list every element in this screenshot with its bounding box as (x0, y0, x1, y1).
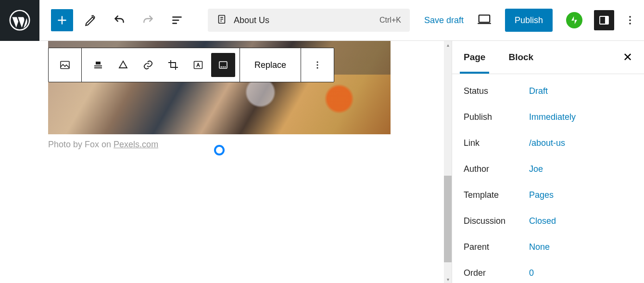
value-parent[interactable]: None (529, 242, 550, 252)
value-discussion[interactable]: Closed (529, 216, 556, 226)
label-discussion: Discussion (464, 216, 529, 226)
top-toolbar: About Us Ctrl+K Save draft Publish (0, 0, 644, 41)
tab-block[interactable]: Block (508, 41, 533, 74)
value-author[interactable]: Joe (529, 164, 543, 174)
settings-sidebar-toggle[interactable] (594, 10, 614, 30)
sidebar-tabs: Page Block ✕ (452, 41, 644, 74)
document-shortcut: Ctrl+K (379, 16, 401, 25)
label-publish: Publish (464, 112, 529, 122)
value-link[interactable]: /about-us (529, 138, 565, 148)
label-template: Template (464, 190, 529, 200)
svg-point-13 (223, 66, 224, 68)
publish-button[interactable]: Publish (505, 9, 553, 32)
svg-rect-2 (479, 15, 490, 22)
save-draft-link[interactable]: Save draft (424, 15, 464, 26)
row-parent: ParentNone (464, 234, 632, 260)
svg-point-5 (629, 16, 631, 18)
svg-rect-4 (605, 16, 608, 24)
row-status: StatusDraft (464, 78, 632, 104)
block-type-image-icon[interactable] (53, 53, 77, 77)
row-author: AuthorJoe (464, 156, 632, 182)
close-icon[interactable]: ✕ (623, 51, 632, 64)
value-order[interactable]: 0 (529, 268, 534, 278)
caption-link[interactable]: Pexels.com (114, 140, 158, 149)
link-icon[interactable] (136, 53, 160, 77)
label-parent: Parent (464, 242, 529, 252)
resize-handle[interactable] (214, 145, 225, 155)
label-author: Author (464, 164, 529, 174)
scroll-up-icon[interactable]: ▴ (444, 41, 452, 49)
page-icon (216, 14, 227, 26)
jetpack-icon[interactable] (566, 12, 582, 28)
document-title: About Us (234, 15, 269, 26)
row-discussion: DiscussionClosed (464, 208, 632, 234)
svg-point-17 (316, 67, 318, 68)
align-icon[interactable] (86, 53, 110, 77)
label-order: Order (464, 268, 529, 278)
view-icon[interactable] (477, 12, 492, 28)
add-block-button[interactable] (51, 9, 73, 31)
label-link: Link (464, 138, 529, 148)
document-overview-icon[interactable] (165, 9, 189, 32)
value-template[interactable]: Pages (529, 190, 554, 200)
svg-point-16 (316, 64, 318, 65)
wordpress-logo[interactable] (0, 0, 39, 41)
replace-button[interactable]: Replace (244, 60, 297, 70)
undo-icon[interactable] (108, 9, 131, 32)
text-overlay-icon[interactable] (186, 53, 210, 77)
label-status: Status (464, 86, 529, 96)
scrollbar-thumb[interactable] (444, 176, 452, 262)
crop-icon[interactable] (161, 53, 185, 77)
row-order: Order0 (464, 260, 632, 283)
svg-rect-10 (194, 62, 202, 69)
settings-sidebar: Page Block ✕ StatusDraft PublishImmediat… (452, 41, 644, 283)
block-options-icon[interactable] (305, 53, 329, 77)
svg-point-12 (221, 66, 222, 68)
row-link: Link/about-us (464, 130, 632, 156)
scroll-down-icon[interactable]: ▾ (444, 275, 452, 283)
caption-icon[interactable] (111, 53, 135, 77)
svg-rect-9 (96, 62, 101, 64)
options-icon[interactable] (623, 13, 637, 27)
redo-icon (137, 9, 160, 32)
row-template: TemplatePages (464, 182, 632, 208)
tab-page[interactable]: Page (464, 41, 485, 74)
block-toolbar: Replace (48, 48, 334, 82)
value-publish[interactable]: Immediately (529, 112, 576, 122)
canvas-scrollbar[interactable]: ▴ ▾ (444, 41, 452, 283)
document-bar[interactable]: About Us Ctrl+K (208, 9, 410, 32)
editor-canvas[interactable]: Replace Photo by Fox on Pexels.com ▴ ▾ (0, 41, 452, 283)
svg-point-7 (629, 23, 631, 25)
row-publish: PublishImmediately (464, 104, 632, 130)
duotone-filter-icon[interactable] (211, 53, 235, 77)
svg-point-6 (629, 19, 631, 21)
tools-icon[interactable] (79, 9, 102, 32)
svg-point-14 (225, 66, 226, 68)
caption-prefix: Photo by Fox on (48, 140, 114, 149)
value-status[interactable]: Draft (529, 86, 548, 96)
svg-rect-8 (61, 62, 69, 69)
summary-panel: StatusDraft PublishImmediately Link/abou… (452, 74, 644, 283)
svg-point-15 (316, 61, 318, 63)
